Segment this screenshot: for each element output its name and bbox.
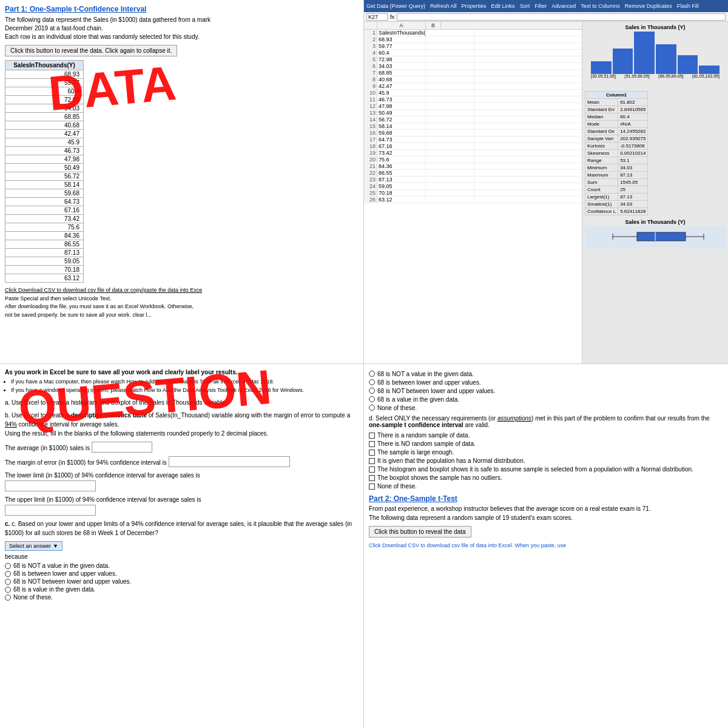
cell-b[interactable] (426, 177, 474, 183)
cell-a[interactable]: 86.55 (377, 170, 426, 176)
cell-a[interactable]: 73.42 (377, 150, 426, 156)
excel-row: 572.98 (364, 56, 582, 63)
cell-a[interactable]: 46.73 (377, 96, 426, 103)
cell-b[interactable] (426, 96, 474, 103)
cell-a[interactable]: 34.03 (377, 63, 426, 69)
hist-label-1: [30.05,51.05] (591, 74, 616, 78)
cell-b[interactable] (426, 50, 474, 56)
checkbox-option[interactable]: It is given that the population has a No… (369, 457, 723, 464)
reveal-data-button-2[interactable]: Click this button to reveal the data (369, 526, 471, 538)
margin-input[interactable] (169, 456, 290, 467)
cell-reference[interactable]: K27 (366, 13, 388, 21)
cell-b[interactable] (426, 150, 474, 156)
margin-label: The margin of error (in $1000) for 94% c… (5, 459, 167, 466)
toolbar-text-columns[interactable]: Text to Columns (581, 3, 620, 9)
checkbox-option[interactable]: The boxplot shows the sample has no outl… (369, 474, 723, 481)
cell-a[interactable]: 75.6 (377, 157, 426, 163)
toolbar-filter[interactable]: Filter (534, 3, 547, 9)
toolbar-advanced[interactable]: Advanced (551, 3, 576, 9)
cell-b[interactable] (426, 170, 474, 176)
cell-b[interactable] (426, 30, 474, 36)
cell-b[interactable] (426, 130, 474, 136)
radio-option-upper[interactable]: 68 is between lower and upper values. (369, 379, 723, 386)
cell-b[interactable] (426, 183, 474, 189)
cell-b[interactable] (426, 143, 474, 149)
cell-b[interactable] (426, 157, 474, 163)
kurt-label: Kurtosis (585, 143, 618, 150)
toolbar-flash-fill[interactable]: Flash Fill (677, 3, 699, 9)
checkbox-option[interactable]: There is NO random sample of data. (369, 440, 723, 447)
cell-b[interactable] (426, 103, 474, 109)
radio-option-upper[interactable]: 68 is NOT a value in the given data. (369, 371, 723, 377)
cell-b[interactable] (426, 36, 474, 42)
radio-option-upper[interactable]: None of these. (369, 405, 723, 411)
cell-a[interactable]: 63.12 (377, 197, 426, 203)
cell-b[interactable] (426, 163, 474, 169)
cell-a[interactable]: 59.68 (377, 130, 426, 136)
cell-b[interactable] (426, 70, 474, 76)
cell-b[interactable] (426, 136, 474, 143)
toolbar-remove-dupes[interactable]: Remove Duplicates (625, 3, 672, 9)
radio-option-c[interactable]: 68 is a value in the given data. (5, 586, 359, 593)
radio-option-c[interactable]: None of these. (5, 594, 359, 601)
cell-b[interactable] (426, 56, 474, 62)
cell-b[interactable] (426, 90, 474, 96)
cell-b[interactable] (426, 76, 474, 83)
radio-option-c[interactable]: 68 is NOT between lower and upper values… (5, 578, 359, 585)
cell-a[interactable]: 56.72 (377, 116, 426, 123)
mode-val: #N/A (618, 121, 648, 128)
reveal-data-button[interactable]: Click this button to reveal the data. Cl… (5, 45, 177, 56)
cell-a[interactable]: 72.98 (377, 56, 426, 62)
cell-a[interactable]: 70.18 (377, 190, 426, 196)
boxplot-title: Sales in Thousands (Y) (585, 219, 726, 225)
radio-option-upper[interactable]: 68 is a value in the given data. (369, 396, 723, 403)
cell-b[interactable] (426, 190, 474, 196)
cell-a[interactable]: 45.9 (377, 90, 426, 96)
lower-input[interactable] (5, 480, 96, 491)
cell-b[interactable] (426, 197, 474, 203)
cell-b[interactable] (426, 110, 474, 116)
excel-row: 1867.16 (364, 143, 582, 150)
radio-circle (5, 579, 11, 585)
toolbar-properties[interactable]: Properties (462, 3, 487, 9)
cell-a[interactable]: 59.77 (377, 43, 426, 49)
checkbox-option[interactable]: The histogram and boxplot shows it is sa… (369, 466, 723, 473)
cell-b[interactable] (426, 116, 474, 123)
margin-field-group: The margin of error (in $1000) for 94% c… (5, 456, 359, 467)
row-number: 15 (364, 123, 377, 129)
cell-a[interactable]: SalesInThousands(Y) (377, 30, 426, 36)
cell-a[interactable]: 84.36 (377, 163, 426, 169)
upper-input[interactable] (5, 505, 96, 516)
cell-a[interactable]: 87.13 (377, 177, 426, 183)
toolbar-sort[interactable]: Sort (520, 3, 530, 9)
checkbox-option[interactable]: There is a random sample of data. (369, 432, 723, 439)
toolbar-edit-links[interactable]: Edit Links (491, 3, 515, 9)
select-answer-button[interactable]: Select an answer ▼ (5, 541, 62, 551)
radio-option-c[interactable]: 68 is NOT a value in the given data. (5, 562, 359, 569)
cell-a[interactable]: 59.05 (377, 183, 426, 189)
cell-a[interactable]: 58.14 (377, 123, 426, 129)
cell-a[interactable]: 64.73 (377, 136, 426, 143)
cell-b[interactable] (426, 123, 474, 129)
cell-a[interactable]: 68.93 (377, 36, 426, 42)
toolbar-get-data[interactable]: Get Data (Power Query) (366, 3, 425, 9)
cell-a[interactable]: 68.85 (377, 70, 426, 76)
part-d: d. Select ONLY the necessary requirement… (369, 415, 723, 428)
cell-a[interactable]: 42.47 (377, 83, 426, 89)
cell-a[interactable]: 60.4 (377, 50, 426, 56)
cell-a[interactable]: 47.98 (377, 103, 426, 109)
checkbox-option[interactable]: None of these. (369, 483, 723, 490)
radio-option-c[interactable]: 68 is between lower and upper values. (5, 570, 359, 577)
cell-a[interactable]: 50.49 (377, 110, 426, 116)
avg-input[interactable] (92, 442, 152, 453)
cell-a[interactable]: 40.68 (377, 76, 426, 83)
checkbox-label: There is NO random sample of data. (377, 440, 476, 447)
cell-b[interactable] (426, 63, 474, 69)
formula-input[interactable] (397, 13, 726, 21)
cell-a[interactable]: 67.16 (377, 143, 426, 149)
radio-option-upper[interactable]: 68 is NOT between lower and upper values… (369, 388, 723, 394)
checkbox-option[interactable]: The sample is large enough. (369, 449, 723, 456)
cell-b[interactable] (426, 43, 474, 49)
cell-b[interactable] (426, 83, 474, 89)
toolbar-refresh[interactable]: Refresh All (430, 3, 457, 9)
